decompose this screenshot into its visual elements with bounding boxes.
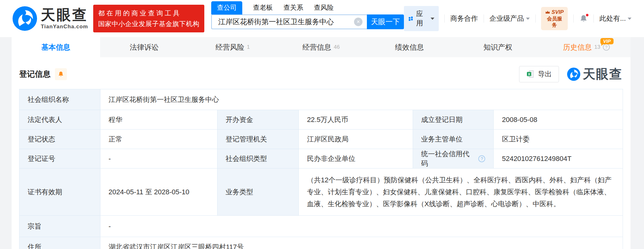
promo-line-1: 都在用的商业查询工具	[98, 8, 200, 19]
top-header: 天眼查 TianYanCha.com 都在用的商业查询工具 国家中小企业发展子基…	[0, 0, 644, 37]
notifications-button[interactable]	[579, 14, 588, 23]
help-icon[interactable]: ?	[478, 155, 485, 162]
field-label: 业务主管单位	[413, 130, 494, 149]
field-value: 江岸区花桥街第一社区卫生服务中心	[100, 89, 623, 110]
tab-performance-info[interactable]: 绩效信息	[365, 37, 454, 57]
field-label: 业务类型	[217, 169, 299, 216]
page-background: 基本信息 法律诉讼 经营风险 1 经营信息 46 绩效信息 知识产权 VIP 历…	[0, 37, 644, 249]
svg-text:X: X	[528, 72, 530, 76]
help-icon[interactable]: ?	[603, 44, 610, 51]
section-title: 登记信息	[19, 69, 51, 79]
bell-icon	[58, 71, 64, 77]
tianyancha-logo-icon	[567, 68, 580, 81]
field-value: -	[100, 216, 623, 237]
tab-operating-info[interactable]: 经营信息 46	[277, 37, 365, 57]
field-value: （共12个一级诊疗科目）预防保健科（公共卫生科）、全科医疗科、西医内科、外科、妇…	[299, 169, 623, 216]
table-row: 住所 湖北省武汉市江岸区江岸区三眼桥四村117号	[19, 237, 623, 249]
search-input[interactable]	[218, 18, 354, 26]
divider	[535, 14, 536, 23]
field-label: 证书有效期	[19, 169, 100, 216]
apps-grid-icon	[408, 15, 413, 22]
tianyancha-logo[interactable]: 天眼查 TianYanCha.com	[13, 6, 88, 31]
search-tab-boss[interactable]: 查老板	[253, 1, 273, 14]
field-label: 登记管理机关	[217, 130, 299, 149]
field-label: 成立登记日期	[413, 110, 494, 130]
tab-basic-info[interactable]: 基本信息	[12, 37, 100, 57]
table-row: 法定代表人 程华 开办资金 22.5万人民币 成立登记日期 2008-05-08	[19, 110, 623, 130]
export-button[interactable]: X 导出	[519, 66, 559, 82]
detail-tabstrip: 基本信息 法律诉讼 经营风险 1 经营信息 46 绩效信息 知识产权 VIP 历…	[12, 37, 631, 57]
table-row: 证书有效期 2024-05-11 至 2028-05-10 业务类型 （共12个…	[19, 169, 623, 216]
field-label: 开办资金	[217, 110, 299, 130]
crown-icon	[545, 10, 550, 14]
subscribe-bell-button[interactable]	[55, 68, 67, 80]
tab-history-info[interactable]: VIP 历史信息 13 ?	[542, 37, 631, 57]
logo-domain: TianYanCha.com	[41, 24, 88, 30]
promo-banner[interactable]: 都在用的商业查询工具 国家中小企业发展子基金旗下机构	[93, 5, 205, 32]
apps-button[interactable]: 应用	[404, 6, 439, 31]
tab-count: 46	[334, 44, 340, 50]
registration-info-table: 社会组织名称 江岸区花桥街第一社区卫生服务中心 法定代表人 程华 开办资金 22…	[19, 89, 623, 249]
field-label: 统一社会信用代码 ?	[413, 149, 494, 169]
watermark-logo: 天眼查	[567, 65, 622, 83]
nav-business-cooperation[interactable]: 商务合作	[450, 14, 478, 23]
field-value: 民办非企业单位	[299, 149, 413, 169]
field-value: 22.5万人民币	[299, 110, 413, 130]
table-row: 登记状态 正常 登记管理机关 江岸区民政局 业务主管单位 区卫计委	[19, 130, 623, 149]
table-row: 登记证号 - 社会组织类型 民办非企业单位 统一社会信用代码 ? 5242010…	[19, 149, 623, 169]
excel-icon: X	[526, 70, 535, 78]
svip-member-button[interactable]: SVIP 会员服务	[541, 7, 568, 30]
watermark-text: 天眼查	[583, 65, 622, 83]
promo-line-2: 国家中小企业发展子基金旗下机构	[98, 19, 200, 29]
field-label: 登记状态	[19, 130, 100, 149]
chevron-down-icon	[628, 18, 631, 20]
divider	[484, 14, 484, 23]
account-label: 此处有...	[599, 14, 626, 23]
field-value: 52420102761249804T	[494, 149, 623, 169]
divider	[593, 14, 594, 23]
tab-intellectual-property[interactable]: 知识产权	[454, 37, 542, 57]
tianyancha-logo-icon	[13, 6, 37, 31]
field-label: 住所	[19, 237, 100, 249]
field-value: 程华	[100, 110, 217, 130]
nav-enterprise-products[interactable]: 企业级产品	[490, 14, 530, 23]
search-tab-relation[interactable]: 查关系	[283, 1, 303, 14]
field-value: -	[100, 149, 217, 169]
field-value: 江岸区民政局	[299, 130, 413, 149]
apps-label: 应用	[416, 9, 426, 28]
field-value: 区卫计委	[494, 130, 623, 149]
svip-sub-label: 会员服务	[545, 16, 564, 28]
search-tab-risk[interactable]: 查风险	[314, 1, 334, 14]
notification-dot	[585, 13, 589, 17]
field-label: 宗旨	[19, 216, 100, 237]
header-nav: 应用 商务合作 企业级产品 SVIP 会员服务	[404, 6, 631, 31]
tab-legal-proceedings[interactable]: 法律诉讼	[100, 37, 189, 57]
divider	[573, 14, 574, 23]
tab-count: 1	[247, 44, 250, 50]
search-tabs: 查公司 查老板 查关系 查风险	[211, 2, 404, 14]
field-label: 社会组织类型	[217, 149, 299, 169]
chevron-down-icon	[431, 18, 434, 20]
tab-count: 13	[594, 44, 600, 50]
field-value: 2008-05-08	[494, 110, 623, 130]
chevron-down-icon	[526, 18, 530, 20]
field-label: 登记证号	[19, 149, 100, 169]
search-area: 查公司 查老板 查关系 查风险 × 天眼一下	[211, 0, 404, 29]
field-value: 2024-05-11 至 2028-05-10	[100, 169, 217, 216]
clear-search-icon[interactable]: ×	[354, 18, 362, 26]
search-button[interactable]: 天眼一下	[367, 14, 404, 29]
export-label: 导出	[538, 69, 552, 79]
account-menu[interactable]: 此处有...	[599, 14, 631, 23]
vip-badge: VIP	[600, 38, 614, 44]
company-detail-card: 基本信息 法律诉讼 经营风险 1 经营信息 46 绩效信息 知识产权 VIP 历…	[12, 37, 631, 249]
svip-label: SVIP	[551, 9, 564, 15]
status-value: 正常	[100, 130, 217, 149]
tab-operating-risk[interactable]: 经营风险 1	[188, 37, 277, 57]
table-row: 宗旨 -	[19, 216, 623, 237]
search-tab-company[interactable]: 查公司	[211, 1, 242, 14]
field-label: 法定代表人	[19, 110, 100, 130]
field-label: 社会组织名称	[19, 89, 100, 110]
section-header: 登记信息 X 导出	[12, 57, 631, 89]
divider	[444, 14, 445, 23]
field-value: 湖北省武汉市江岸区江岸区三眼桥四村117号	[100, 237, 623, 249]
